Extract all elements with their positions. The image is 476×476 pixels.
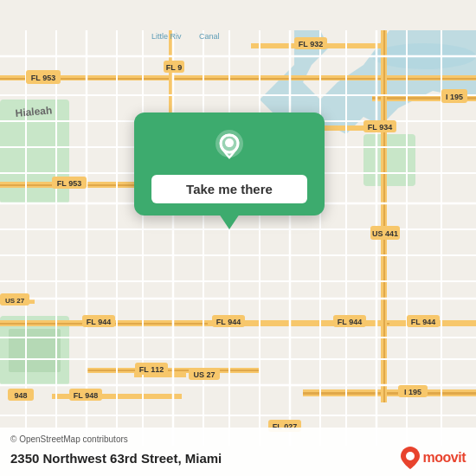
address-text: 2350 Northwest 63rd Street, Miami [10,451,222,466]
svg-text:FL 953: FL 953 [31,74,55,82]
svg-text:Little Riv: Little Riv [151,32,182,41]
svg-text:FL 948: FL 948 [74,391,98,400]
svg-text:FL 944: FL 944 [87,318,111,326]
svg-text:FL 944: FL 944 [411,318,435,326]
moovit-pin-icon [401,447,420,469]
svg-text:FL 944: FL 944 [338,318,362,326]
map-svg: FL 953 FL 953 FL 9 FL 932 I 195 FL 934 9… [0,0,476,476]
svg-point-103 [406,452,415,460]
map-container: FL 953 FL 953 FL 9 FL 932 I 195 FL 934 9… [0,0,476,476]
svg-text:FL 9: FL 9 [166,63,182,72]
map-attribution: © OpenStreetMap contributors [10,434,466,444]
popup-card: Take me there [134,113,325,215]
svg-text:US 27: US 27 [5,297,25,305]
svg-rect-20 [303,392,476,395]
moovit-label: moovit [423,450,466,466]
svg-rect-7 [0,78,476,80]
svg-text:US 27: US 27 [193,370,215,379]
svg-rect-4 [9,329,61,372]
svg-text:Canal: Canal [199,32,220,41]
svg-text:US 441: US 441 [372,229,398,238]
moovit-logo: moovit [401,447,466,469]
svg-text:FL 944: FL 944 [216,318,241,326]
svg-text:948: 948 [14,391,27,400]
svg-text:I 195: I 195 [446,93,463,101]
svg-point-102 [225,138,234,147]
svg-text:FL 932: FL 932 [299,40,323,48]
svg-text:I 195: I 195 [404,388,421,396]
svg-text:FL 934: FL 934 [368,123,392,132]
location-pin-icon [210,128,248,166]
take-me-there-button[interactable]: Take me there [151,175,307,203]
svg-text:FL 953: FL 953 [57,179,81,188]
bottom-bar: © OpenStreetMap contributors 2350 Northw… [0,428,476,476]
svg-rect-22 [383,30,385,402]
svg-text:FL 112: FL 112 [139,365,164,374]
